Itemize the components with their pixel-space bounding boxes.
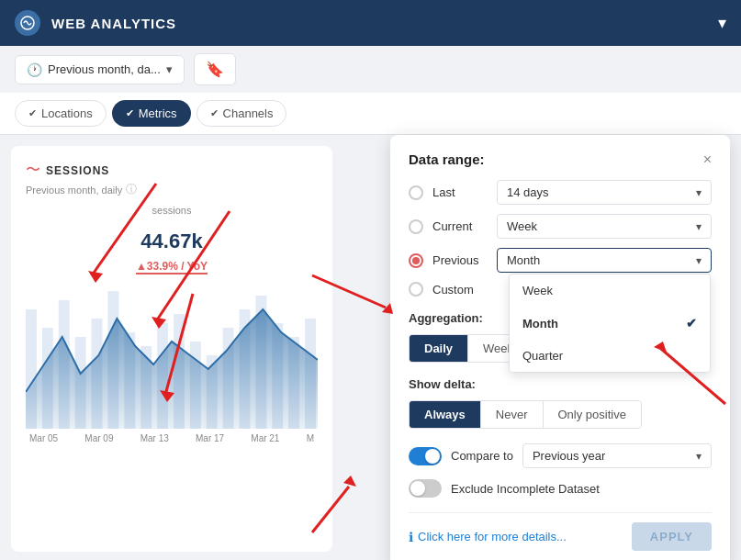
radio-current-label: Current <box>432 219 488 233</box>
sessions-icon: 〜 <box>26 161 40 180</box>
sessions-subtitle: Previous month, daily ⓘ <box>26 182 318 197</box>
exclude-row: Exclude Incomplete Dataset <box>409 479 712 498</box>
chart-panel: 〜 SESSIONS Previous month, daily ⓘ sessi… <box>11 146 332 552</box>
metric-label: sessions <box>26 205 318 216</box>
delta-never-btn[interactable]: Never <box>481 401 544 428</box>
current-select[interactable]: Week ▾ <box>497 214 712 239</box>
big-number: 44.67k <box>140 218 202 255</box>
checkmark-icon: ✔ <box>686 316 697 330</box>
top-bar: WEB ANALYTICS ▾ <box>0 0 741 46</box>
info-icon: ⓘ <box>126 182 137 197</box>
last-chevron-icon: ▾ <box>696 186 702 199</box>
exclude-knob <box>410 481 425 496</box>
compare-toggle[interactable] <box>409 447 442 465</box>
settings-divider <box>409 512 712 513</box>
delta-text: ▲33.9% / YoY <box>136 260 208 274</box>
toggle-knob <box>425 449 440 464</box>
previous-select-value: Month <box>507 253 540 267</box>
tab-locations[interactable]: ✔ Locations <box>15 100 107 127</box>
x-label-6: M <box>307 433 314 443</box>
delta-value: ▲33.9% / YoY <box>26 260 318 274</box>
date-chevron-icon: ▾ <box>166 62 173 76</box>
dropdown-week[interactable]: Week <box>510 274 710 307</box>
sessions-title: SESSIONS <box>46 164 109 177</box>
chart-x-labels: Mar 05 Mar 09 Mar 13 Mar 17 Mar 21 M <box>26 433 318 443</box>
date-header: 🕐 Previous month, da... ▾ 🔖 <box>0 46 741 93</box>
compare-value: Previous year <box>533 449 605 463</box>
svg-marker-30 <box>343 476 356 487</box>
previous-dropdown-menu: Week Month ✔ Quarter <box>509 274 711 373</box>
apply-btn[interactable]: APPLY <box>632 522 712 551</box>
tab-metrics-label: Metrics <box>139 106 177 120</box>
dropdown-quarter-label: Quarter <box>522 349 563 363</box>
app-logo <box>15 10 40 36</box>
radio-custom-circle[interactable] <box>409 282 423 297</box>
compare-label: Compare to <box>451 449 513 463</box>
dropdown-week-label: Week <box>522 284 553 297</box>
radio-previous: Previous Month ▾ Week Month ✔ <box>409 248 712 273</box>
settings-footer: ℹ Click here for more details... APPLY <box>409 522 712 551</box>
radio-last-circle[interactable] <box>409 185 423 200</box>
date-range-btn[interactable]: 🕐 Previous month, da... ▾ <box>15 55 185 84</box>
last-select[interactable]: 14 days ▾ <box>497 180 712 205</box>
delta-group: Always Never Only positive <box>409 400 642 429</box>
radio-previous-label: Previous <box>432 253 488 267</box>
tab-channels-label: Channels <box>223 106 274 120</box>
delta-always-btn[interactable]: Always <box>410 401 481 428</box>
tab-locations-label: Locations <box>41 106 93 120</box>
info-link-label: Click here for more details... <box>418 530 567 543</box>
metric-value: 44.67k <box>26 218 318 256</box>
delta-never-label: Never <box>496 408 528 421</box>
compare-select[interactable]: Previous year ▾ <box>522 443 712 468</box>
chart-svg <box>26 282 318 429</box>
radio-current-circle[interactable] <box>409 219 423 234</box>
app-dropdown-btn[interactable]: ▾ <box>718 13 726 33</box>
settings-title: Data range: <box>409 151 485 167</box>
check-icon-channels: ✔ <box>210 107 219 119</box>
main-content: 〜 SESSIONS Previous month, daily ⓘ sessi… <box>0 135 741 560</box>
close-btn[interactable]: × <box>703 152 712 167</box>
settings-header: Data range: × <box>409 151 712 167</box>
last-select-value: 14 days <box>507 185 549 199</box>
info-link[interactable]: ℹ Click here for more details... <box>409 530 567 544</box>
agg-daily-label: Daily <box>424 342 453 355</box>
dropdown-quarter[interactable]: Quarter <box>510 340 710 372</box>
current-chevron-icon: ▾ <box>696 220 702 233</box>
tab-channels[interactable]: ✔ Channels <box>196 100 287 127</box>
dropdown-month[interactable]: Month ✔ <box>510 307 710 340</box>
radio-previous-circle[interactable] <box>409 253 423 268</box>
clock-icon: 🕐 <box>27 62 42 77</box>
bookmark-btn[interactable]: 🔖 <box>194 53 236 85</box>
radio-last-label: Last <box>432 185 488 199</box>
tab-metrics[interactable]: ✔ Metrics <box>112 100 191 127</box>
radio-last: Last 14 days ▾ <box>409 180 712 205</box>
agg-daily-btn[interactable]: Daily <box>410 335 468 362</box>
current-select-value: Week <box>507 219 537 233</box>
compare-row: Compare to Previous year ▾ <box>409 443 712 468</box>
exclude-toggle[interactable] <box>409 479 442 498</box>
info-icon-footer: ℹ <box>409 530 413 544</box>
app-title: WEB ANALYTICS <box>51 16 707 31</box>
check-icon-metrics: ✔ <box>126 107 134 119</box>
date-btn-label: Previous month, da... <box>48 62 161 76</box>
previous-chevron-icon: ▾ <box>696 254 702 267</box>
value-main: 44 <box>140 230 163 252</box>
delta-positive-label: Only positive <box>558 408 626 421</box>
show-delta-label: Show delta: <box>409 377 712 391</box>
x-label-2: Mar 09 <box>84 433 113 443</box>
radio-current: Current Week ▾ <box>409 214 712 239</box>
value-decimal: .67k <box>163 230 203 252</box>
tab-bar: ✔ Locations ✔ Metrics ✔ Channels <box>0 93 741 135</box>
x-label-1: Mar 05 <box>29 433 58 443</box>
sessions-header: 〜 SESSIONS <box>26 161 318 180</box>
delta-always-label: Always <box>424 408 466 421</box>
previous-select[interactable]: Month ▾ Week Month ✔ Quarter <box>497 248 712 273</box>
radio-group: Last 14 days ▾ Current Week ▾ Previous <box>409 180 712 297</box>
bookmark-icon: 🔖 <box>206 62 224 77</box>
x-label-5: Mar 21 <box>251 433 279 443</box>
check-icon: ✔ <box>28 107 37 119</box>
dropdown-month-label: Month <box>522 317 558 330</box>
sessions-period: Previous month, daily <box>26 185 122 196</box>
radio-custom-label: Custom <box>432 283 488 297</box>
delta-positive-btn[interactable]: Only positive <box>544 401 641 428</box>
